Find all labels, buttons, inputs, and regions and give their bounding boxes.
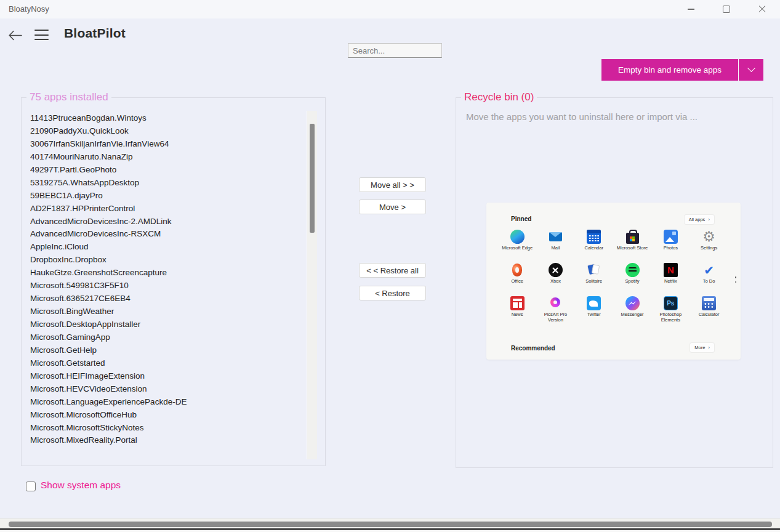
start-menu-app-label: Microsoft Edge — [502, 245, 533, 251]
twitter-icon — [587, 296, 601, 310]
move-all-button[interactable]: Move all > > — [359, 177, 426, 192]
app-list-item[interactable]: Microsoft.GetHelp — [30, 344, 305, 357]
app-list-item[interactable]: Microsoft.HEIFImageExtension — [30, 370, 305, 383]
page-indicator-dots — [735, 276, 737, 283]
app-list-item[interactable]: Microsoft.6365217CE6EB4 — [30, 292, 305, 305]
app-list-item[interactable]: Microsoft.MicrosoftStickyNotes — [30, 422, 305, 435]
start-menu-app-label: Netflix — [664, 278, 677, 284]
app-list-item[interactable]: AdvancedMicroDevicesInc-RSXCM — [30, 228, 305, 241]
move-button[interactable]: Move > — [359, 200, 426, 214]
show-system-apps-checkbox[interactable] — [26, 482, 36, 491]
recycle-bin-legend: Recycle bin (0) — [461, 91, 537, 103]
restore-all-button[interactable]: < < Restore all — [359, 263, 426, 278]
app-list-item[interactable]: Microsoft.BingWeather — [30, 305, 305, 318]
start-menu-app: Mail — [537, 230, 574, 263]
app-list-item[interactable]: HaukeGtze.GreenshotScreencapture — [30, 267, 305, 280]
start-menu-app-label: Mail — [552, 245, 560, 251]
store-icon — [625, 230, 640, 244]
hamburger-icon — [34, 30, 49, 31]
start-menu-app: Netflix — [652, 263, 689, 296]
start-menu-app-label: Settings — [701, 245, 717, 251]
hamburger-menu-button[interactable] — [34, 30, 49, 40]
window-title: BloatyNosy — [9, 4, 49, 14]
start-menu-app: Photoshop Elements — [652, 296, 689, 329]
installed-apps-legend: 75 apps installed — [26, 91, 111, 103]
start-menu-app: PicsArt Pro Version — [537, 296, 574, 329]
app-list-item[interactable]: 5319275A.WhatsAppDesktop — [30, 177, 305, 190]
solitaire-icon — [587, 263, 601, 277]
empty-bin-dropdown-button[interactable] — [739, 59, 763, 81]
app-list-item[interactable]: 30067IrfanSkiljanIrfanVie.IrfanView64 — [30, 138, 305, 151]
start-menu-app-label: Solitaire — [585, 278, 602, 284]
app-list-item[interactable]: AppleInc.iCloud — [30, 241, 305, 254]
maximize-icon — [723, 6, 730, 13]
arrow-left-icon — [8, 30, 22, 41]
minimize-button[interactable] — [677, 0, 705, 18]
horizontal-scrollbar-track[interactable] — [0, 518, 780, 529]
start-menu-app: Microsoft Edge — [499, 230, 536, 263]
maximize-button[interactable] — [712, 0, 741, 18]
back-button[interactable] — [7, 28, 23, 42]
start-menu-app-label: Office — [511, 278, 523, 284]
restore-button[interactable]: < Restore — [359, 286, 426, 300]
chevron-right-icon: › — [708, 217, 710, 222]
calendar-icon — [587, 230, 601, 244]
start-menu-app-label: News — [512, 312, 523, 317]
mail-icon — [549, 230, 563, 244]
start-menu-app: Twitter — [576, 296, 613, 329]
app-list-item[interactable]: Microsoft.MicrosoftOfficeHub — [30, 409, 305, 422]
start-menu-preview-image: Pinned All apps › Microsoft EdgeMailCale… — [486, 203, 741, 360]
photoshop-icon — [664, 296, 678, 310]
app-list-item[interactable]: Microsoft.Getstarted — [30, 357, 305, 370]
start-menu-app-label: Calendar — [585, 245, 603, 251]
start-menu-app-label: Xbox — [550, 278, 561, 284]
app-list-item[interactable]: AD2F1837.HPPrinterControl — [30, 203, 305, 216]
app-list-item[interactable]: 59BEBC1A.djayPro — [30, 190, 305, 203]
messenger-icon — [625, 296, 640, 310]
app-list-item[interactable]: AdvancedMicroDevicesInc-2.AMDLink — [30, 216, 305, 228]
close-button[interactable] — [748, 0, 776, 18]
start-menu-app: Calculator — [691, 296, 728, 329]
app-list-item[interactable]: Microsoft.GamingApp — [30, 331, 305, 344]
app-list-item[interactable]: 49297T.Partl.GeoPhoto — [30, 164, 305, 177]
start-menu-app-label: Spotify — [625, 278, 640, 284]
start-menu-app-label: Calculator — [699, 312, 720, 317]
close-icon — [758, 6, 766, 13]
show-system-apps-label[interactable]: Show system apps — [41, 480, 121, 491]
start-menu-app-label: Twitter — [587, 312, 601, 317]
empty-bin-split-button: Empty bin and remove apps — [601, 59, 763, 81]
start-menu-app: News — [499, 296, 536, 329]
start-menu-app-label: Microsoft Store — [617, 245, 648, 251]
photos-icon — [664, 230, 678, 244]
start-menu-app: Solitaire — [576, 263, 613, 296]
app-list-item[interactable]: Microsoft.HEVCVideoExtension — [30, 383, 305, 396]
spotify-icon — [625, 263, 640, 277]
office-icon — [510, 263, 525, 277]
app-list-item[interactable]: 40174MouriNaruto.NanaZip — [30, 151, 305, 164]
start-menu-app-label: PicsArt Pro Version — [537, 312, 574, 323]
horizontal-scrollbar-thumb[interactable] — [9, 522, 772, 527]
app-list-item[interactable]: Microsoft.549981C3F5F10 — [30, 280, 305, 292]
app-list-item[interactable]: Microsoft.LanguageExperiencePackde-DE — [30, 396, 305, 409]
start-menu-app-label: Photos — [664, 245, 678, 251]
apps-list-scrollbar-thumb[interactable] — [310, 124, 315, 233]
apps-list-scrollbar-track[interactable] — [307, 111, 317, 459]
start-menu-app: Office — [499, 263, 536, 296]
app-list-item[interactable]: Microsoft.DesktopAppInstaller — [30, 318, 305, 331]
edge-icon — [510, 230, 525, 244]
page-title: BloatPilot — [64, 26, 126, 41]
app-list-item[interactable]: 11413PtruceanBogdan.Wintoys — [30, 112, 305, 125]
start-menu-app-label: Messenger — [621, 312, 643, 317]
minimize-icon — [688, 9, 694, 10]
search-input[interactable] — [348, 43, 442, 58]
pinned-apps-grid: Microsoft EdgeMailCalendarMicrosoft Stor… — [498, 230, 728, 329]
title-bar: BloatyNosy — [0, 0, 780, 18]
calculator-icon — [702, 296, 716, 310]
app-list-item[interactable]: 21090PaddyXu.QuickLook — [30, 125, 305, 138]
app-list-item[interactable]: DropboxInc.Dropbox — [30, 254, 305, 267]
start-menu-app: To Do — [691, 263, 728, 296]
start-menu-app: Xbox — [537, 263, 574, 296]
empty-bin-button[interactable]: Empty bin and remove apps — [601, 59, 738, 81]
app-list-item[interactable]: Microsoft.MixedReality.Portal — [30, 434, 305, 447]
more-button: More › — [690, 343, 714, 352]
